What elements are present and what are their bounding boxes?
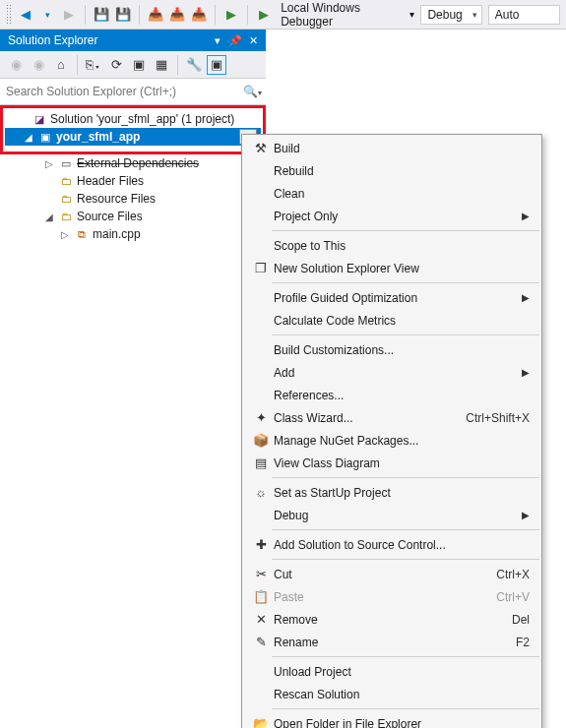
menu-item-label: Paste — [274, 590, 496, 604]
menu-item-open-folder-in-file-explorer[interactable]: 📂Open Folder in File Explorer — [244, 712, 539, 728]
tree-header-files[interactable]: 🗀 Header Files — [0, 172, 266, 190]
debugger-label[interactable]: Local Windows Debugger — [281, 1, 402, 29]
build-button[interactable]: 📥 — [147, 5, 164, 25]
tree-resource-files[interactable]: 🗀 Resource Files — [0, 190, 266, 208]
home-icon[interactable]: ⌂ — [51, 55, 71, 75]
panel-title-text: Solution Explorer — [8, 33, 97, 47]
preview-selected-button[interactable]: ▣ — [207, 55, 226, 75]
solution-explorer-panel: Solution Explorer ▾ 📌 ✕ ◉ ◉ ⌂ ⎘▾ ⟳ ▣ ▦ 🔧… — [0, 30, 266, 247]
tree-external-deps[interactable]: ▷ ▭ External Dependencies — [0, 154, 266, 172]
start-button[interactable]: ▶ — [222, 5, 240, 25]
menu-item-label: New Solution Explorer View — [274, 262, 530, 275]
menu-item-label: Rename — [274, 636, 516, 649]
menu-item-label: Remove — [274, 613, 512, 627]
menu-item-view-class-diagram[interactable]: ▤View Class Diagram — [244, 452, 539, 474]
tree-solution-node[interactable]: ◪ Solution 'your_sfml_app' (1 project) — [5, 110, 261, 128]
menu-item-shortcut: Ctrl+X — [496, 568, 530, 581]
save-all-button[interactable]: 💾 — [114, 5, 132, 25]
scope-button[interactable]: ⎘▾ — [84, 55, 103, 75]
menu-item-new-solution-explorer-view[interactable]: ❐New Solution Explorer View — [244, 257, 539, 279]
folder-icon: 🗀 — [59, 210, 73, 223]
menu-item-clean[interactable]: Clean — [244, 182, 539, 205]
configuration-combo[interactable]: Debug ▾ — [420, 5, 481, 25]
menu-item-build-customizations[interactable]: Build Customizations... — [244, 338, 539, 361]
menu-item-label: Unload Project — [274, 665, 530, 679]
folder-icon: 🗀 — [59, 174, 73, 188]
menu-item-build[interactable]: ⚒Build — [244, 137, 539, 159]
cpp-file-icon: ⧉ — [75, 227, 89, 241]
menu-separator — [272, 708, 539, 709]
chevron-right-icon[interactable]: ▷ — [43, 158, 55, 169]
menu-item-label: Build Customizations... — [274, 343, 530, 357]
menu-item-add-solution-to-source-control[interactable]: ✚Add Solution to Source Control... — [244, 533, 539, 556]
menu-item-set-as-startup-project[interactable]: ☼Set as StartUp Project — [244, 481, 539, 504]
search-icon[interactable]: 🔍▾ — [242, 85, 262, 98]
menu-item-debug[interactable]: Debug▶ — [244, 504, 539, 526]
debugger-dropdown[interactable]: ▾ — [409, 9, 414, 20]
close-icon[interactable]: ✕ — [244, 34, 262, 47]
menu-item-manage-nuget-packages[interactable]: 📦Manage NuGet Packages... — [244, 429, 539, 452]
menu-item-label: Scope to This — [274, 239, 530, 253]
menu-item-label: Set as StartUp Project — [274, 486, 530, 500]
menu-item-calculate-code-metrics[interactable]: Calculate Code Metrics — [244, 309, 539, 332]
tree-source-files[interactable]: ◢ 🗀 Source Files — [0, 208, 266, 225]
search-input[interactable] — [4, 81, 242, 102]
menu-item-label: Debug — [274, 509, 518, 522]
solution-icon: ◪ — [32, 112, 46, 126]
refresh-icon[interactable]: ⟳ — [106, 55, 126, 75]
build3-button[interactable]: 📥 — [190, 5, 208, 25]
menu-item-scope-to-this[interactable]: Scope to This — [244, 234, 539, 257]
main-cpp-label: main.cpp — [93, 227, 141, 241]
tree-project-node[interactable]: ◢ ▣ your_sfml_app ▾ — [5, 128, 261, 146]
nav-forward-button[interactable]: ▶ — [60, 5, 78, 25]
panel-toolbar: ◉ ◉ ⌂ ⎘▾ ⟳ ▣ ▦ 🔧 ▣ — [0, 51, 266, 79]
show-all-icon[interactable]: ▦ — [152, 55, 171, 75]
menu-item-cut[interactable]: ✂CutCtrl+X — [244, 563, 539, 585]
save-button[interactable]: 💾 — [93, 5, 110, 25]
tree-main-cpp[interactable]: ▷ ⧉ main.cpp — [0, 225, 266, 243]
menu-item-project-only[interactable]: Project Only▶ — [244, 205, 539, 227]
external-deps-label: External Dependencies — [77, 156, 199, 170]
menu-separator — [272, 477, 539, 478]
menu-item-label: Profile Guided Optimization — [274, 291, 518, 305]
menu-item-profile-guided-optimization[interactable]: Profile Guided Optimization▶ — [244, 286, 539, 309]
start-debugger-button[interactable]: ▶ — [255, 5, 273, 25]
menu-item-shortcut: Del — [512, 613, 530, 627]
main-toolbar: ◀ ▾ ▶ 💾 💾 📥 📥 📥 ▶ ▶ Local Windows Debugg… — [0, 0, 566, 30]
menu-item-references[interactable]: References... — [244, 384, 539, 406]
menu-item-remove[interactable]: ✕RemoveDel — [244, 608, 539, 631]
collapse-all-icon[interactable]: ▣ — [129, 55, 149, 75]
menu-item-rescan-solution[interactable]: Rescan Solution — [244, 683, 539, 705]
nav-back-button[interactable]: ◀ — [17, 5, 34, 25]
menu-item-add[interactable]: Add▶ — [244, 361, 539, 384]
open-folder-icon: 📂 — [248, 716, 274, 728]
menu-item-label: Rescan Solution — [274, 688, 530, 701]
menu-item-rebuild[interactable]: Rebuild — [244, 159, 539, 182]
pin-icon[interactable]: 📌 — [226, 34, 244, 47]
menu-separator — [272, 230, 539, 231]
submenu-arrow-icon: ▶ — [518, 367, 530, 378]
back-button[interactable]: ◉ — [6, 55, 26, 75]
project-context-menu: ⚒BuildRebuildCleanProject Only▶Scope to … — [241, 134, 542, 728]
annotation-highlight-project: ◪ Solution 'your_sfml_app' (1 project) ◢… — [0, 105, 266, 154]
tree: ◪ Solution 'your_sfml_app' (1 project) ◢… — [5, 110, 261, 150]
forward-button[interactable]: ◉ — [29, 55, 48, 75]
chevron-down-icon: ▾ — [472, 10, 477, 20]
chevron-down-icon[interactable]: ◢ — [23, 132, 34, 143]
menu-item-rename[interactable]: ✎RenameF2 — [244, 631, 539, 653]
chevron-down-icon[interactable]: ◢ — [43, 212, 55, 222]
menu-item-unload-project[interactable]: Unload Project — [244, 660, 539, 683]
search-row: 🔍▾ — [0, 79, 266, 105]
source-files-label: Source Files — [77, 210, 143, 223]
properties-icon[interactable]: 🔧 — [184, 55, 204, 75]
paste-icon: 📋 — [248, 589, 274, 604]
panel-titlebar[interactable]: Solution Explorer ▾ 📌 ✕ — [0, 30, 266, 51]
configuration-value: Debug — [427, 8, 462, 22]
build2-button[interactable]: 📥 — [168, 5, 186, 25]
panel-menu-button[interactable]: ▾ — [209, 34, 226, 47]
nav-back-dropdown[interactable]: ▾ — [38, 5, 56, 25]
chevron-right-icon[interactable]: ▷ — [59, 229, 71, 240]
wizard-icon: ✦ — [248, 410, 274, 425]
platform-combo[interactable]: Auto — [488, 5, 560, 25]
menu-item-class-wizard[interactable]: ✦Class Wizard...Ctrl+Shift+X — [244, 406, 539, 429]
